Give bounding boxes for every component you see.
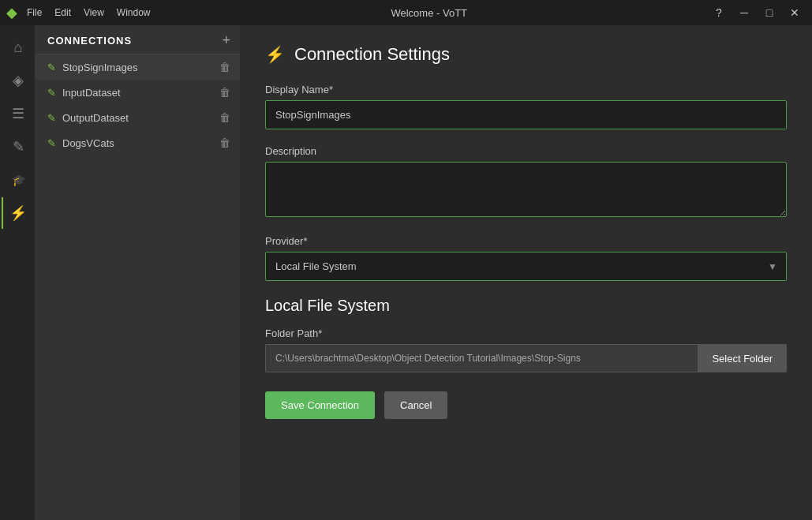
menu-window[interactable]: Window — [117, 7, 151, 18]
connection-settings-icon: ⚡ — [265, 45, 285, 64]
sidebar: CONNECTIONS + ✎ StopSignImages 🗑 ✎ Input… — [35, 25, 240, 520]
edit-icon-2: ✎ — [47, 112, 56, 124]
sidebar-item-label-0: StopSignImages — [62, 62, 137, 73]
edit-icon-0: ✎ — [47, 62, 56, 73]
activity-list[interactable]: ☰ — [2, 98, 33, 129]
sidebar-item-label-3: DogsVCats — [62, 137, 114, 149]
display-name-group: Display Name* — [265, 84, 787, 129]
description-label: Description — [265, 145, 787, 157]
help-button[interactable]: ? — [708, 4, 730, 21]
folder-path-group: Folder Path* Select Folder — [265, 327, 787, 372]
activity-home[interactable]: ⌂ — [2, 32, 33, 63]
folder-path-label: Folder Path* — [265, 327, 787, 339]
provider-select[interactable]: Local File System Azure Blob Storage Bin… — [265, 252, 787, 281]
sidebar-header: CONNECTIONS + — [35, 25, 240, 54]
content-area: ⚡ Connection Settings Display Name* Desc… — [240, 25, 812, 520]
activity-bar: ⌂ ◈ ☰ ✎ 🎓 ⚡ — [0, 25, 35, 520]
sidebar-item-dogsvcats[interactable]: ✎ DogsVCats 🗑 — [35, 130, 240, 155]
window-title: Welcome - VoTT — [151, 7, 708, 19]
sidebar-item-stopsignimages[interactable]: ✎ StopSignImages 🗑 — [35, 54, 240, 80]
cancel-button[interactable]: Cancel — [384, 391, 447, 419]
close-button[interactable]: ✕ — [784, 4, 806, 21]
delete-icon-2[interactable]: 🗑 — [219, 111, 230, 124]
provider-label: Provider* — [265, 235, 787, 247]
action-buttons: Save Connection Cancel — [265, 391, 787, 419]
sidebar-item-inputdataset[interactable]: ✎ InputDataset 🗑 — [35, 80, 240, 105]
description-group: Description — [265, 145, 787, 219]
activity-connections[interactable]: ⚡ — [2, 197, 33, 229]
select-folder-button[interactable]: Select Folder — [698, 344, 787, 372]
provider-group: Provider* Local File System Azure Blob S… — [265, 235, 787, 281]
local-fs-section-title: Local File System — [265, 297, 787, 315]
add-connection-button[interactable]: + — [222, 33, 230, 47]
maximize-button[interactable]: □ — [758, 4, 780, 21]
sidebar-item-label-1: InputDataset — [62, 87, 121, 99]
menu-edit[interactable]: Edit — [54, 7, 71, 18]
provider-select-wrapper: Local File System Azure Blob Storage Bin… — [265, 252, 787, 281]
folder-path-input[interactable] — [265, 344, 698, 372]
titlebar: ◆ File Edit View Window Welcome - VoTT ?… — [0, 0, 812, 25]
menu-view[interactable]: View — [84, 7, 104, 18]
sidebar-item-label-2: OutputDataset — [62, 112, 129, 124]
delete-icon-3[interactable]: 🗑 — [219, 137, 230, 149]
folder-path-row: Select Folder — [265, 344, 787, 372]
window-controls: ? ─ □ ✕ — [708, 4, 806, 21]
edit-icon-3: ✎ — [47, 137, 56, 149]
save-connection-button[interactable]: Save Connection — [265, 391, 375, 419]
description-textarea[interactable] — [265, 162, 787, 217]
activity-edit[interactable]: ✎ — [2, 131, 33, 163]
minimize-button[interactable]: ─ — [733, 4, 755, 21]
menu-file[interactable]: File — [27, 7, 42, 18]
edit-icon-1: ✎ — [47, 87, 56, 99]
delete-icon-0[interactable]: 🗑 — [219, 61, 230, 73]
activity-learn[interactable]: 🎓 — [2, 164, 33, 196]
activity-bookmark[interactable]: ◈ — [2, 65, 33, 96]
sidebar-title: CONNECTIONS — [47, 35, 132, 47]
display-name-input[interactable] — [265, 100, 787, 129]
sidebar-item-outputdataset[interactable]: ✎ OutputDataset 🗑 — [35, 105, 240, 130]
page-title: Connection Settings — [294, 44, 450, 65]
content-header: ⚡ Connection Settings — [265, 44, 787, 65]
delete-icon-1[interactable]: 🗑 — [219, 86, 230, 99]
app-logo: ◆ — [6, 4, 17, 21]
menu-bar: File Edit View Window — [27, 7, 151, 18]
display-name-label: Display Name* — [265, 84, 787, 95]
